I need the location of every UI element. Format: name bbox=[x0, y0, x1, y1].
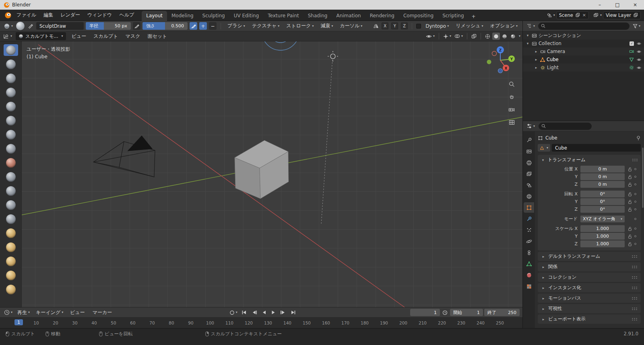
radius-pressure-button[interactable] bbox=[133, 22, 140, 30]
panel-grip-icon[interactable] bbox=[632, 307, 638, 310]
play-reverse-button[interactable] bbox=[260, 309, 268, 316]
viewport-canvas[interactable]: ユーザー・透視投影 (1) Cube Z Y X bbox=[0, 41, 522, 307]
falloff-popover[interactable]: 減衰▾ bbox=[318, 21, 335, 31]
collection-checkbox[interactable]: ✓ bbox=[630, 41, 634, 46]
tab-modifiers[interactable] bbox=[524, 214, 534, 224]
toggle-xray-button[interactable] bbox=[470, 33, 478, 39]
scene-browse-icon[interactable]: ▾ bbox=[545, 12, 556, 19]
properties-search-input[interactable] bbox=[539, 123, 592, 130]
mirror-x-toggle[interactable]: X bbox=[382, 23, 388, 29]
current-frame-field[interactable]: 1 bbox=[410, 309, 440, 316]
animate-dot[interactable] bbox=[633, 183, 638, 185]
menu-mask[interactable]: マスク bbox=[122, 32, 144, 41]
shading-wireframe-button[interactable] bbox=[484, 33, 491, 40]
menu-sculpt[interactable]: スカルプト bbox=[90, 32, 121, 41]
brush-smooth-icon[interactable] bbox=[4, 171, 18, 183]
transform-panel-header[interactable]: ▾ トランスフォーム bbox=[541, 157, 638, 163]
object-visibility-dropdown[interactable]: ▾ bbox=[425, 33, 436, 39]
tab-material[interactable] bbox=[524, 270, 534, 280]
light-object[interactable] bbox=[321, 51, 338, 224]
editor-type-properties-icon[interactable]: ▾ bbox=[525, 123, 536, 129]
menu-edit[interactable]: 編集 bbox=[40, 10, 57, 20]
strength-pressure-button[interactable] bbox=[190, 22, 197, 30]
animate-dot[interactable] bbox=[633, 235, 638, 237]
unlink-scene-icon[interactable]: × bbox=[582, 12, 586, 18]
section-viewport-display[interactable]: ▸ビューポート表示 bbox=[538, 314, 641, 324]
editor-type-timeline-icon[interactable]: ▾ bbox=[3, 309, 14, 316]
lock-icon[interactable] bbox=[627, 167, 633, 172]
stroke-popover[interactable]: ストローク▾ bbox=[284, 21, 316, 31]
mirror-y-toggle[interactable]: Y bbox=[391, 23, 398, 29]
camera-view-icon[interactable] bbox=[507, 105, 516, 114]
hide-camera-eye-icon[interactable] bbox=[636, 50, 642, 53]
close-button[interactable]: × bbox=[626, 0, 644, 10]
location-z-field[interactable]: 0 m bbox=[580, 181, 625, 188]
tab-sculpting[interactable]: Sculpting bbox=[198, 11, 229, 21]
tab-view-layer[interactable] bbox=[524, 168, 534, 179]
tab-compositing[interactable]: Compositing bbox=[399, 11, 438, 21]
view-layer-selector[interactable]: View Layer bbox=[603, 11, 641, 19]
animate-dot[interactable] bbox=[633, 243, 638, 245]
timeline-ruler[interactable]: 1 10 20 30 40 50 60 70 80 90 100 110 120… bbox=[0, 318, 522, 328]
filter-icon[interactable]: ▾ bbox=[632, 23, 642, 29]
timeline-menu-marker[interactable]: マーカー bbox=[89, 308, 116, 317]
brush-layer-icon[interactable] bbox=[4, 115, 18, 126]
lock-icon[interactable] bbox=[627, 226, 633, 231]
animate-dot[interactable] bbox=[633, 228, 638, 230]
tab-object[interactable] bbox=[524, 202, 534, 213]
shading-dropdown[interactable]: ▾ bbox=[519, 35, 520, 38]
pan-view-icon[interactable] bbox=[507, 92, 516, 101]
tab-scripting[interactable]: Scripting bbox=[438, 11, 468, 21]
brush-datablock-icon[interactable] bbox=[27, 23, 34, 29]
play-button[interactable] bbox=[269, 309, 277, 316]
minimize-button[interactable]: – bbox=[591, 0, 609, 10]
animate-dot[interactable] bbox=[633, 168, 638, 170]
location-y-field[interactable]: 0 m bbox=[580, 173, 625, 180]
lock-icon[interactable] bbox=[627, 175, 633, 179]
animate-dot[interactable] bbox=[633, 176, 638, 178]
hide-light-eye-icon[interactable] bbox=[636, 66, 642, 70]
brush-direction-subtract-button[interactable]: − bbox=[209, 22, 217, 30]
editor-type-outliner-icon[interactable]: ▾ bbox=[525, 23, 536, 29]
pin-icon[interactable] bbox=[636, 136, 641, 141]
lock-icon[interactable] bbox=[627, 182, 633, 187]
active-tool-icon[interactable]: ▾ bbox=[2, 22, 14, 30]
blender-menu-icon[interactable] bbox=[3, 11, 13, 20]
section-visibility[interactable]: ▸可視性 bbox=[538, 304, 641, 313]
menu-render[interactable]: レンダー bbox=[57, 10, 84, 20]
brush-fill-icon[interactable] bbox=[4, 199, 18, 211]
menu-file[interactable]: ファイル bbox=[13, 10, 40, 20]
jump-to-start-button[interactable] bbox=[240, 309, 249, 316]
outliner-search-input[interactable] bbox=[538, 23, 630, 30]
camera-object[interactable] bbox=[93, 136, 155, 177]
cube-object-row[interactable]: ▸ Cube bbox=[523, 55, 644, 64]
properties-scrollbar[interactable] bbox=[642, 148, 644, 208]
brush-grab-icon[interactable] bbox=[4, 255, 18, 267]
dyntopo-checkbox[interactable] bbox=[416, 24, 421, 29]
brush-clay-icon[interactable] bbox=[4, 72, 18, 84]
hide-cube-eye-icon[interactable] bbox=[636, 58, 642, 62]
animate-dot[interactable] bbox=[633, 218, 638, 220]
tab-uv-editing[interactable]: UV Editing bbox=[229, 11, 264, 21]
auto-keyframe-record-button[interactable]: ▾ bbox=[228, 309, 239, 316]
mode-selector[interactable]: スカルプトモ... ▾ bbox=[16, 32, 66, 40]
animate-dot[interactable] bbox=[633, 201, 638, 203]
use-preview-range-icon[interactable] bbox=[441, 309, 449, 316]
brush-clay-thumb-icon[interactable] bbox=[4, 101, 18, 112]
rotation-y-field[interactable]: 0° bbox=[580, 198, 625, 205]
section-relations[interactable]: ▸関係 bbox=[538, 262, 641, 271]
tab-constraints[interactable] bbox=[524, 247, 534, 258]
brush-draw-icon[interactable] bbox=[4, 44, 18, 56]
prev-keyframe-button[interactable] bbox=[250, 309, 259, 316]
panel-grip-icon[interactable] bbox=[632, 286, 638, 290]
tab-object-data[interactable] bbox=[524, 259, 534, 269]
brush-scrape-icon[interactable] bbox=[4, 213, 18, 225]
shading-rendered-button[interactable] bbox=[509, 33, 517, 40]
tab-particles[interactable] bbox=[524, 225, 534, 235]
tab-tool[interactable] bbox=[524, 135, 534, 145]
brush-elastic-deform-icon[interactable] bbox=[4, 269, 18, 281]
tab-shading[interactable]: Shading bbox=[303, 11, 332, 21]
copy-view-layer-icon[interactable] bbox=[634, 13, 638, 17]
scale-y-field[interactable]: 1.000 bbox=[580, 233, 625, 240]
brush-direction-add-button[interactable]: + bbox=[199, 22, 207, 30]
